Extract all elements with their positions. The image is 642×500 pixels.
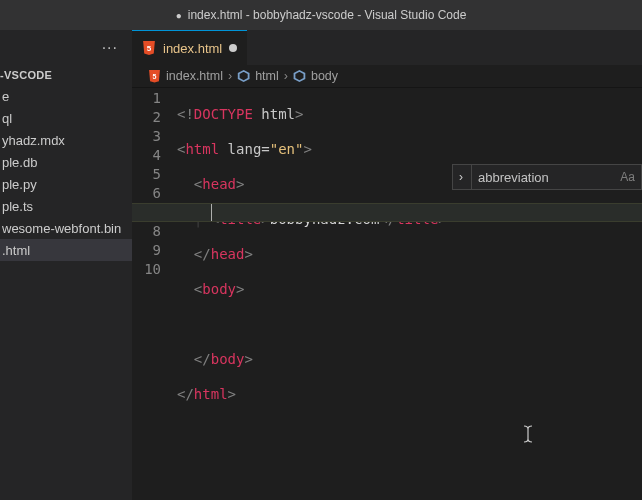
code-editor[interactable]: 1 2 3 4 5 6 7 8 9 10 <!DOCTYPE html> <ht… [132,87,642,500]
suggestion-label[interactable]: abbreviation [474,170,620,185]
sidebar-menu-button[interactable]: ··· [0,30,132,65]
suggestion-widget[interactable]: › abbreviation Aa [452,164,642,190]
breadcrumb-segment[interactable]: html [255,69,279,83]
breadcrumb-segment[interactable]: body [311,69,338,83]
suggestion-hint: Aa [620,170,641,184]
chevron-right-icon[interactable]: › [453,170,469,184]
explorer-sidebar: ··· -VSCODE e ql yhadz.mdx ple.db ple.py… [0,30,132,500]
dirty-indicator-icon: ● [176,10,182,21]
breadcrumb-file[interactable]: index.html [166,69,223,83]
file-item[interactable]: e [0,85,132,107]
ellipsis-icon: ··· [102,39,118,57]
line-number-gutter: 1 2 3 4 5 6 7 8 9 10 [132,87,177,500]
tab-index-html[interactable]: 5 index.html [132,30,247,65]
chevron-right-icon: › [284,69,288,83]
editor-area: 5 index.html 5 index.html › html › body … [132,30,642,500]
file-item[interactable]: ple.db [0,151,132,173]
file-item[interactable]: yhadz.mdx [0,129,132,151]
code-content[interactable]: <!DOCTYPE html> <html lang="en"> <head> … [177,87,447,500]
file-item[interactable]: wesome-webfont.bin [0,217,132,239]
dirty-dot-icon [229,44,237,52]
tab-label: index.html [163,41,222,56]
symbol-tag-icon [237,70,250,83]
tab-bar: 5 index.html [132,30,642,65]
file-list: e ql yhadz.mdx ple.db ple.py ple.ts weso… [0,85,132,261]
explorer-folder-header[interactable]: -VSCODE [0,65,132,85]
file-item[interactable]: .html [0,239,132,261]
html-file-icon: 5 [148,70,161,83]
symbol-tag-icon [293,70,306,83]
file-item[interactable]: ql [0,107,132,129]
window-titlebar: ● index.html - bobbyhadz-vscode - Visual… [0,0,642,30]
window-title: index.html - bobbyhadz-vscode - Visual S… [188,8,467,22]
html-file-icon: 5 [142,41,156,55]
chevron-right-icon: › [228,69,232,83]
file-item[interactable]: ple.py [0,173,132,195]
file-item[interactable]: ple.ts [0,195,132,217]
breadcrumb[interactable]: 5 index.html › html › body [132,65,642,87]
